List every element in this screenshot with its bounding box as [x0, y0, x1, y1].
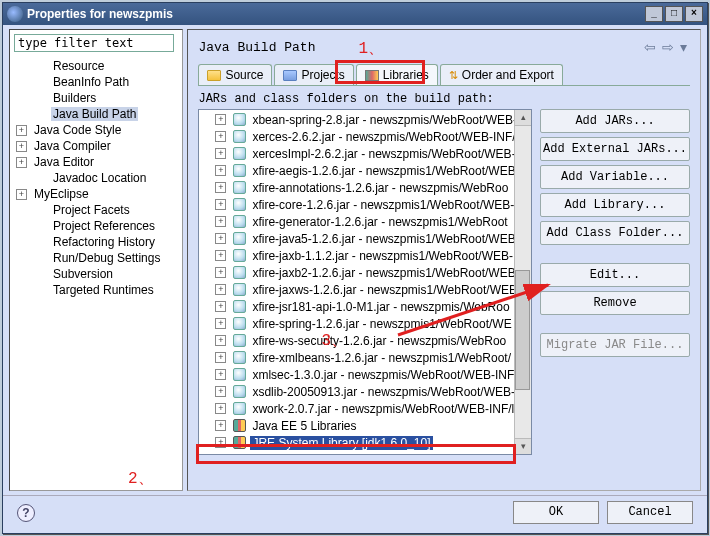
tree-item[interactable]: Refactoring History: [16, 234, 182, 250]
expander-icon[interactable]: +: [215, 318, 226, 329]
expander-icon[interactable]: +: [16, 141, 27, 152]
jar-label: xwork-2.0.7.jar - newszpmis/WebRoot/WEB-…: [250, 402, 519, 416]
tree-item[interactable]: +Java Code Style: [16, 122, 182, 138]
expander-icon[interactable]: +: [215, 131, 226, 142]
jar-row[interactable]: +xmlsec-1.3.0.jar - newszpmis/WebRoot/WE…: [199, 366, 531, 383]
tree-item[interactable]: Subversion: [16, 266, 182, 282]
tab-libraries[interactable]: Libraries: [356, 64, 438, 85]
filter-input[interactable]: [14, 34, 174, 52]
add-variable-button[interactable]: Add Variable...: [540, 165, 690, 189]
jar-row[interactable]: +xbean-spring-2.8.jar - newszpmis/WebRoo…: [199, 111, 531, 128]
expander-icon[interactable]: +: [215, 182, 226, 193]
tree-item[interactable]: Run/Debug Settings: [16, 250, 182, 266]
tree-item[interactable]: +Java Compiler: [16, 138, 182, 154]
tree-item[interactable]: BeanInfo Path: [16, 74, 182, 90]
tree-item[interactable]: Project Facets: [16, 202, 182, 218]
expander-icon[interactable]: +: [215, 216, 226, 227]
expander-icon[interactable]: +: [215, 284, 226, 295]
help-icon[interactable]: ?: [17, 504, 35, 522]
expander-icon[interactable]: +: [215, 386, 226, 397]
jar-row[interactable]: +xfire-jaxws-1.2.6.jar - newszpmis1/WebR…: [199, 281, 531, 298]
expander-icon[interactable]: +: [215, 114, 226, 125]
window-title: Properties for newszpmis: [27, 7, 645, 21]
tab-source[interactable]: Source: [198, 64, 272, 85]
jar-row[interactable]: +xfire-generator-1.2.6.jar - newszpmis1/…: [199, 213, 531, 230]
expander-icon[interactable]: +: [215, 420, 226, 431]
jar-label: xfire-jaxb-1.1.2.jar - newszpmis1/WebRoo…: [250, 249, 515, 263]
expander-icon[interactable]: +: [215, 301, 226, 312]
jar-row[interactable]: +xfire-jaxb-1.1.2.jar - newszpmis1/WebRo…: [199, 247, 531, 264]
jar-row[interactable]: +xwork-2.0.7.jar - newszpmis/WebRoot/WEB…: [199, 400, 531, 417]
cancel-button[interactable]: Cancel: [607, 501, 693, 524]
add-library-button[interactable]: Add Library...: [540, 193, 690, 217]
add-jars-button[interactable]: Add JARs...: [540, 109, 690, 133]
tree-item[interactable]: +MyEclipse: [16, 186, 182, 202]
scrollbar-thumb[interactable]: [515, 270, 530, 390]
expander-icon[interactable]: +: [16, 189, 27, 200]
menu-arrow-icon[interactable]: ▾: [680, 39, 687, 55]
expander-icon[interactable]: +: [215, 267, 226, 278]
jar-icon: [233, 232, 246, 245]
remove-button[interactable]: Remove: [540, 291, 690, 315]
tree-item[interactable]: +Java Editor: [16, 154, 182, 170]
tree-item[interactable]: Resource: [16, 58, 182, 74]
expander-icon[interactable]: +: [215, 369, 226, 380]
forward-icon[interactable]: ⇨: [662, 39, 674, 55]
tree-item-label: Builders: [51, 91, 98, 105]
expander-icon[interactable]: +: [215, 352, 226, 363]
jar-row[interactable]: +xfire-core-1.2.6.jar - newszpmis1/WebRo…: [199, 196, 531, 213]
jar-row[interactable]: +xfire-java5-1.2.6.jar - newszpmis1/WebR…: [199, 230, 531, 247]
expander-icon[interactable]: +: [215, 165, 226, 176]
expander-icon[interactable]: +: [16, 125, 27, 136]
jar-row[interactable]: +xfire-ws-security-1.2.6.jar - newszpmis…: [199, 332, 531, 349]
maximize-button[interactable]: □: [665, 6, 683, 22]
jar-row[interactable]: +xfire-aegis-1.2.6.jar - newszpmis1/WebR…: [199, 162, 531, 179]
add-class-folder-button[interactable]: Add Class Folder...: [540, 221, 690, 245]
jar-label: xfire-ws-security-1.2.6.jar - newszpmis/…: [250, 334, 508, 348]
jar-row[interactable]: +xercesImpl-2.6.2.jar - newszpmis/WebRoo…: [199, 145, 531, 162]
jar-icon: [233, 164, 246, 177]
jar-row[interactable]: +xerces-2.6.2.jar - newszpmis/WebRoot/WE…: [199, 128, 531, 145]
jar-row[interactable]: +Java EE 5 Libraries: [199, 417, 531, 434]
jar-icon: [233, 147, 246, 160]
edit-button[interactable]: Edit...: [540, 263, 690, 287]
expander-icon[interactable]: +: [215, 233, 226, 244]
jar-label: xfire-xmlbeans-1.2.6.jar - newszpmis1/We…: [250, 351, 513, 365]
expander-icon[interactable]: +: [16, 157, 27, 168]
jar-icon: [233, 198, 246, 211]
jar-row[interactable]: +xfire-jaxb2-1.2.6.jar - newszpmis1/WebR…: [199, 264, 531, 281]
jar-row[interactable]: +xfire-spring-1.2.6.jar - newszpmis1/Web…: [199, 315, 531, 332]
minimize-button[interactable]: _: [645, 6, 663, 22]
tree-item[interactable]: Builders: [16, 90, 182, 106]
add-external-jars-button[interactable]: Add External JARs...: [540, 137, 690, 161]
expander-icon[interactable]: +: [215, 335, 226, 346]
tree-item[interactable]: Project References: [16, 218, 182, 234]
folder-icon: [207, 70, 221, 81]
jar-list[interactable]: +xbean-spring-2.8.jar - newszpmis/WebRoo…: [198, 109, 532, 455]
expander-icon[interactable]: +: [215, 437, 226, 448]
tree-item[interactable]: Java Build Path: [16, 106, 182, 122]
tree-item-label: Java Editor: [32, 155, 96, 169]
jar-row[interactable]: +xsdlib-20050913.jar - newszpmis/WebRoot…: [199, 383, 531, 400]
jar-row[interactable]: +xfire-annotations-1.2.6.jar - newszpmis…: [199, 179, 531, 196]
jar-row[interactable]: +JRE System Library [jdk1.6.0_10]: [199, 434, 531, 451]
tab-order-export[interactable]: ⇅Order and Export: [440, 64, 563, 85]
jar-row[interactable]: +xfire-jsr181-api-1.0-M1.jar - newszpmis…: [199, 298, 531, 315]
tree-item[interactable]: Javadoc Location: [16, 170, 182, 186]
jar-label: xbean-spring-2.8.jar - newszpmis/WebRoot…: [250, 113, 522, 127]
jar-label: xmlsec-1.3.0.jar - newszpmis/WebRoot/WEB…: [250, 368, 522, 382]
expander-icon[interactable]: +: [215, 403, 226, 414]
tree-item[interactable]: Targeted Runtimes: [16, 282, 182, 298]
jar-row[interactable]: +xfire-xmlbeans-1.2.6.jar - newszpmis1/W…: [199, 349, 531, 366]
expander-icon[interactable]: +: [215, 250, 226, 261]
tab-projects[interactable]: Projects: [274, 64, 353, 85]
jar-icon: [233, 402, 246, 415]
category-tree[interactable]: ResourceBeanInfo PathBuildersJava Build …: [10, 56, 182, 490]
library-icon: [233, 419, 246, 432]
expander-icon[interactable]: +: [215, 148, 226, 159]
expander-icon[interactable]: +: [215, 199, 226, 210]
ok-button[interactable]: OK: [513, 501, 599, 524]
back-icon[interactable]: ⇦: [644, 39, 656, 55]
close-button[interactable]: ×: [685, 6, 703, 22]
scrollbar[interactable]: [514, 110, 531, 454]
